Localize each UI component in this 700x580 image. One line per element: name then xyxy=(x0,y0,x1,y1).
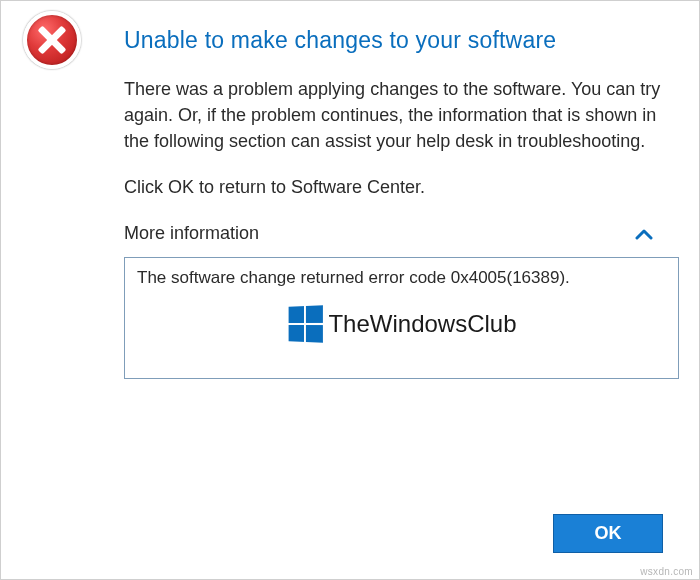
chevron-up-icon[interactable] xyxy=(635,222,653,245)
dialog-title: Unable to make changes to your software xyxy=(124,27,661,54)
more-info-header[interactable]: More information xyxy=(124,222,661,245)
ok-button[interactable]: OK xyxy=(553,514,663,553)
source-attribution: wsxdn.com xyxy=(640,566,693,577)
error-detail-box[interactable]: The software change returned error code … xyxy=(124,257,679,379)
dialog-body-text: There was a problem applying changes to … xyxy=(124,76,661,154)
dialog-content: Unable to make changes to your software … xyxy=(124,21,671,379)
watermark-text: TheWindowsClub xyxy=(328,310,516,338)
error-dialog: Unable to make changes to your software … xyxy=(0,0,700,580)
button-row: OK xyxy=(553,514,663,553)
error-icon xyxy=(23,11,87,75)
more-info-label: More information xyxy=(124,223,259,244)
watermark: TheWindowsClub xyxy=(286,306,516,342)
windows-logo-icon xyxy=(288,306,322,344)
error-detail-text: The software change returned error code … xyxy=(137,268,570,287)
dialog-subtext: Click OK to return to Software Center. xyxy=(124,174,661,200)
